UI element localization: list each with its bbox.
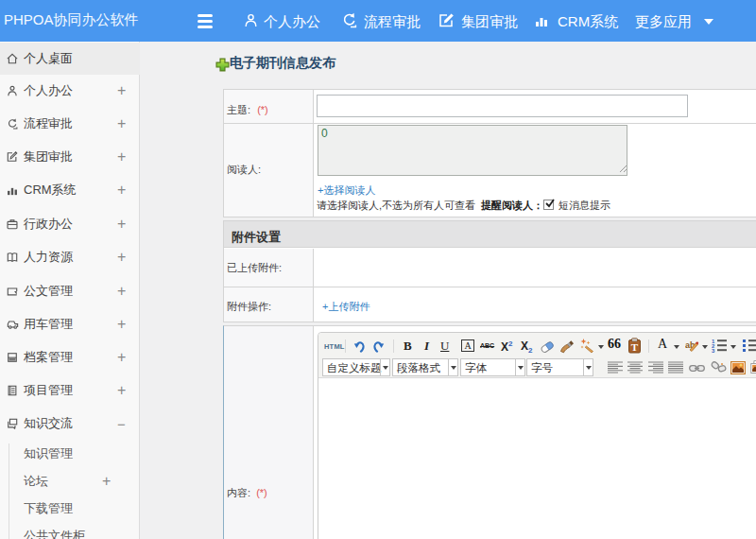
svg-text:3: 3 bbox=[712, 348, 715, 353]
svg-text:T: T bbox=[631, 341, 639, 353]
